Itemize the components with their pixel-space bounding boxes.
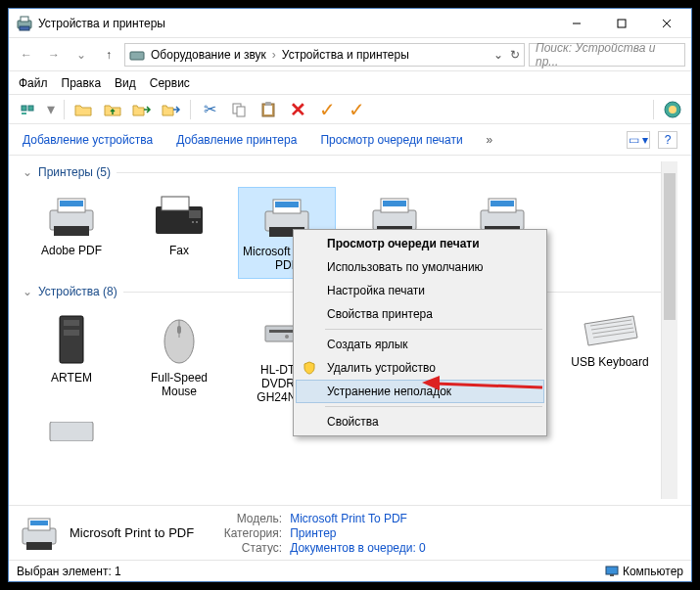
svg-rect-12 [237, 107, 245, 116]
folder-up-icon[interactable] [102, 99, 123, 120]
computer-icon [605, 566, 619, 577]
svg-point-17 [669, 106, 677, 113]
chevron-down-icon: ⌄ [23, 285, 32, 298]
properties-icon[interactable]: ✓ [346, 99, 367, 120]
printer-item-fax[interactable]: Fax [130, 187, 228, 279]
address-bar[interactable]: Оборудование и звук › Устройства и принт… [124, 43, 525, 67]
folder-icon[interactable] [72, 99, 94, 120]
scrollbar-thumb[interactable] [664, 173, 676, 320]
address-dropdown[interactable]: ⌄ ↻ [493, 48, 520, 62]
extra-tool-icon[interactable] [662, 99, 683, 120]
up-button[interactable]: ↑ [97, 43, 120, 67]
svg-rect-41 [64, 330, 79, 336]
device-item-keyboard[interactable]: USB Keyboard [561, 306, 659, 410]
svg-point-26 [196, 221, 198, 223]
device-item-partial[interactable] [23, 416, 120, 447]
item-label: ARTEM [24, 371, 118, 385]
item-label: Adobe PDF [24, 244, 118, 257]
device-item-mouse[interactable]: Full-Speed Mouse [130, 306, 228, 410]
close-button[interactable] [644, 9, 689, 38]
details-pane: Microsoft Print to PDF Модель:Microsoft … [9, 505, 691, 560]
vertical-scrollbar[interactable] [661, 161, 677, 499]
svg-rect-40 [64, 320, 79, 326]
menu-view[interactable]: Вид [115, 76, 136, 90]
status-location: Компьютер [623, 565, 683, 578]
delete-icon[interactable]: ✕ [287, 99, 308, 120]
printer-item-adobe-pdf[interactable]: Adobe PDF [23, 187, 120, 279]
printer-icon [19, 513, 60, 554]
svg-rect-64 [30, 521, 48, 525]
chevron-down-icon: ⌄ [23, 165, 32, 179]
svg-rect-65 [26, 542, 52, 550]
svg-point-47 [285, 335, 289, 339]
device-item-artem[interactable]: ARTEM [23, 306, 120, 410]
devices-printers-icon [17, 16, 32, 31]
command-bar: Добавление устройства Добавление принтер… [9, 124, 691, 156]
svg-rect-67 [610, 574, 614, 576]
svg-rect-1 [21, 17, 28, 22]
cmd-add-device[interactable]: Добавление устройства [23, 133, 153, 147]
item-label: Fax [132, 244, 226, 257]
menu-service[interactable]: Сервис [150, 76, 190, 90]
navigation-bar: ← → ⌄ ↑ Оборудование и звук › Устройства… [9, 38, 691, 71]
back-button[interactable]: ← [15, 43, 38, 67]
svg-point-25 [192, 221, 194, 223]
ctx-create-shortcut[interactable]: Создать ярлык [296, 333, 544, 356]
menu-edit[interactable]: Правка [62, 76, 102, 90]
details-model: Microsoft Print To PDF [290, 512, 407, 525]
help-button[interactable]: ? [658, 131, 677, 149]
svg-rect-20 [60, 201, 83, 206]
menu-bar: Файл Правка Вид Сервис [9, 71, 691, 95]
cmd-view-queue[interactable]: Просмотр очереди печати [320, 133, 462, 147]
chevron-right-icon: › [272, 48, 276, 62]
maximize-button[interactable] [599, 9, 644, 38]
section-printers[interactable]: ⌄ Принтеры (5) [23, 165, 661, 179]
cmd-add-printer[interactable]: Добавление принтера [176, 133, 297, 147]
chevron-down-icon[interactable]: ▾ [46, 99, 56, 120]
section-devices-title: Устройства (8) [38, 285, 117, 298]
svg-rect-2 [20, 26, 29, 30]
undo-icon[interactable]: ✓ [316, 99, 338, 120]
status-selection: Выбран элемент: 1 [17, 565, 121, 578]
ctx-use-default[interactable]: Использовать по умолчанию [296, 255, 544, 279]
ctx-troubleshoot[interactable]: Устранение неполадок [296, 380, 544, 403]
window: Устройства и принтеры ← → ⌄ ↑ Оборудован… [8, 8, 692, 582]
svg-rect-33 [383, 201, 406, 206]
minimize-button[interactable] [554, 9, 599, 38]
svg-rect-4 [618, 20, 626, 27]
svg-rect-9 [28, 106, 33, 111]
overflow-icon[interactable]: » [487, 133, 493, 147]
item-label: Full-Speed Mouse [132, 371, 226, 398]
svg-rect-44 [177, 326, 181, 334]
breadcrumb-devices[interactable]: Устройства и принтеры [280, 48, 411, 62]
breadcrumb-hardware[interactable]: Оборудование и звук [149, 48, 268, 62]
svg-rect-21 [54, 226, 89, 236]
section-printers-title: Принтеры (5) [38, 165, 111, 179]
svg-rect-10 [22, 113, 26, 114]
copy-to-icon[interactable] [161, 99, 182, 120]
ctx-remove-device[interactable]: Удалить устройство [296, 356, 544, 380]
svg-rect-59 [50, 422, 93, 441]
paste-icon[interactable] [257, 99, 279, 120]
details-category: Принтер [290, 526, 336, 540]
search-input[interactable]: Поиск: Устройства и пр... [529, 43, 685, 67]
copy-icon[interactable] [228, 99, 250, 120]
ctx-properties[interactable]: Свойства [296, 410, 544, 433]
menu-file[interactable]: Файл [19, 76, 48, 90]
ctx-printer-props[interactable]: Свойства принтера [296, 302, 544, 326]
details-status: Документов в очереди: 0 [290, 541, 426, 555]
forward-button[interactable]: → [42, 43, 66, 67]
move-to-icon[interactable] [131, 99, 153, 120]
svg-rect-37 [490, 201, 514, 206]
svg-rect-23 [162, 197, 189, 210]
window-title: Устройства и принтеры [38, 17, 554, 30]
cut-icon[interactable]: ✂ [199, 99, 220, 120]
svg-rect-66 [606, 567, 618, 574]
ctx-view-queue[interactable]: Просмотр очереди печати [296, 232, 544, 255]
ctx-print-setup[interactable]: Настройка печати [296, 279, 544, 302]
recent-dropdown[interactable]: ⌄ [70, 43, 93, 67]
organize-icon[interactable] [17, 99, 38, 120]
shield-icon [302, 360, 317, 376]
titlebar: Устройства и принтеры [9, 9, 691, 38]
view-options-button[interactable]: ▭ ▾ [627, 131, 650, 149]
